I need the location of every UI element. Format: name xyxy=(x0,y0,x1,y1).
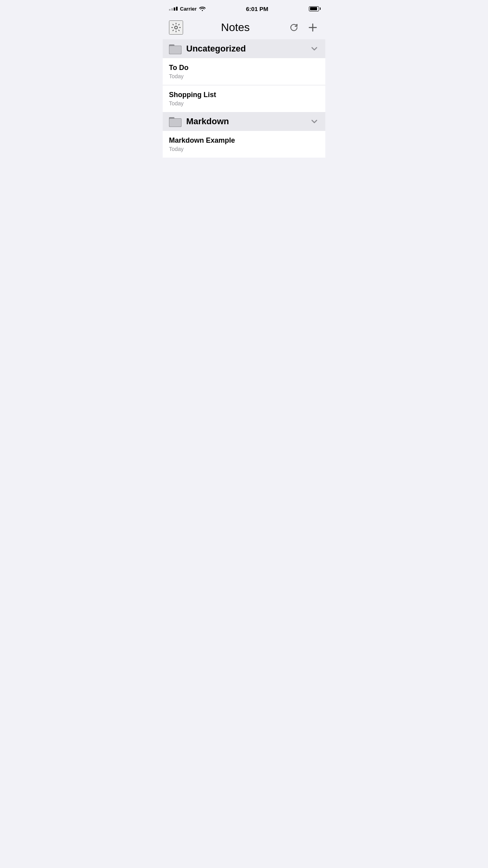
note-item-markdown-example[interactable]: Markdown Example Today xyxy=(163,131,325,158)
refresh-icon xyxy=(289,22,299,33)
category-header-uncategorized[interactable]: Uncategorized xyxy=(163,39,325,58)
note-date-markdown-example: Today xyxy=(169,146,319,152)
svg-rect-5 xyxy=(169,46,181,54)
signal-icon xyxy=(169,7,178,11)
empty-area xyxy=(163,158,325,315)
svg-point-0 xyxy=(175,26,178,29)
category-header-markdown[interactable]: Markdown xyxy=(163,112,325,131)
folder-icon-markdown xyxy=(169,116,182,127)
battery-icon xyxy=(309,6,319,11)
category-title-markdown: Markdown xyxy=(186,116,310,127)
settings-button[interactable] xyxy=(169,20,183,35)
svg-rect-8 xyxy=(169,119,181,127)
note-item-shopping[interactable]: Shopping List Today xyxy=(163,85,325,112)
note-date-shopping: Today xyxy=(169,100,319,107)
category-title-uncategorized: Uncategorized xyxy=(186,44,310,54)
navigation-bar: Notes xyxy=(163,17,325,39)
refresh-button[interactable] xyxy=(288,21,300,34)
carrier-name: Carrier xyxy=(180,6,197,12)
category-uncategorized: Uncategorized To Do Today Shopping List … xyxy=(163,39,325,112)
note-title-markdown-example: Markdown Example xyxy=(169,136,319,145)
category-markdown: Markdown Markdown Example Today xyxy=(163,112,325,158)
status-bar: Carrier 6:01 PM xyxy=(163,0,325,17)
note-item-todo[interactable]: To Do Today xyxy=(163,58,325,85)
notes-list-uncategorized: To Do Today Shopping List Today xyxy=(163,58,325,112)
gear-icon xyxy=(171,22,181,33)
status-right xyxy=(309,6,319,11)
folder-icon-uncategorized xyxy=(169,43,182,54)
chevron-down-icon-uncategorized xyxy=(310,44,319,53)
note-title-todo: To Do xyxy=(169,64,319,72)
plus-icon xyxy=(308,22,318,33)
note-date-todo: Today xyxy=(169,73,319,79)
add-button[interactable] xyxy=(306,21,319,34)
wifi-icon xyxy=(199,6,205,11)
status-time: 6:01 PM xyxy=(246,6,268,12)
chevron-down-icon-markdown xyxy=(310,117,319,126)
nav-actions xyxy=(288,21,319,34)
notes-list-markdown: Markdown Example Today xyxy=(163,131,325,158)
battery-fill xyxy=(310,7,317,10)
content-wrapper: Uncategorized To Do Today Shopping List … xyxy=(163,39,325,315)
note-title-shopping: Shopping List xyxy=(169,91,319,99)
page-title: Notes xyxy=(221,21,250,34)
status-left: Carrier xyxy=(169,6,205,12)
